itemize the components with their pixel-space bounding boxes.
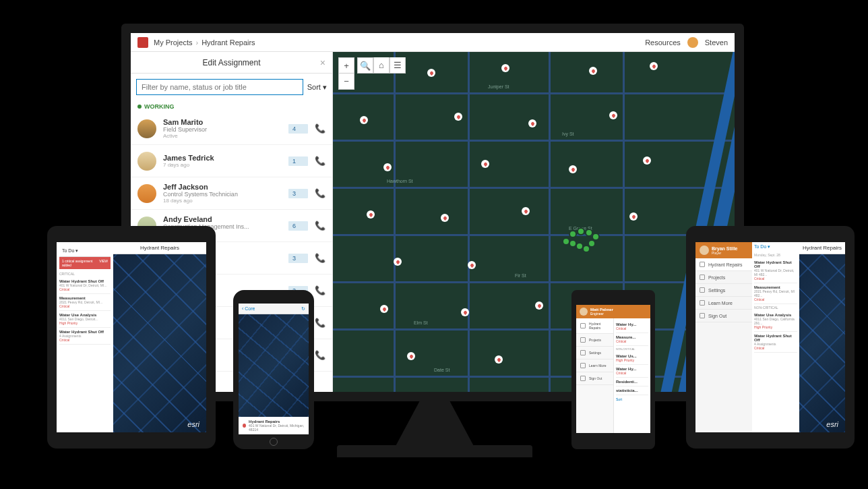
worker-location-icon[interactable] (577, 227, 585, 235)
phone-icon[interactable]: 📞 (315, 188, 326, 198)
menu-item-signout[interactable]: Sign Out (695, 310, 752, 322)
app-logo-icon[interactable] (137, 37, 148, 48)
menu-item-settings[interactable]: Settings (695, 284, 752, 297)
hydrant-marker-icon[interactable] (427, 69, 435, 77)
sort-dropdown[interactable]: Sort ▾ (307, 83, 327, 92)
hydrant-marker-icon[interactable] (454, 113, 462, 121)
close-icon[interactable]: × (320, 57, 326, 68)
hydrant-marker-icon[interactable] (528, 119, 536, 127)
worker-row[interactable]: Sam Marito Field Supervisor Active 4 📞 (131, 113, 332, 145)
tablet-map[interactable]: Hydrant Repairs (113, 242, 206, 432)
user-banner[interactable]: Bryan Stille Player (695, 242, 752, 258)
hydrant-marker-icon[interactable] (535, 301, 543, 310)
zoom-in-button[interactable]: + (338, 57, 354, 74)
critical-alert-banner[interactable]: 1 critical assignment addedVIEW (59, 257, 111, 269)
worker-location-icon[interactable] (569, 230, 577, 238)
hydrant-marker-icon[interactable] (383, 163, 392, 171)
worker-location-icon[interactable] (585, 229, 593, 237)
zoom-out-button[interactable]: − (338, 74, 354, 90)
hydrant-marker-icon[interactable] (441, 214, 449, 222)
menu-item-projects[interactable]: Projects (576, 334, 613, 347)
hydrant-marker-icon[interactable] (468, 261, 476, 269)
back-button[interactable]: ‹ Core (242, 306, 255, 311)
filter-input[interactable] (136, 79, 303, 95)
home-extent-button[interactable]: ⌂ (373, 57, 390, 74)
menu-item-project[interactable]: Hydrant Repairs (576, 318, 613, 334)
tablet-map[interactable]: Hydrant Repairs (799, 242, 845, 432)
task-item[interactable]: Water Hydrant Shut Off 4 Assignments Cri… (59, 328, 111, 345)
task-item[interactable]: Water Us...High Priority (616, 352, 648, 365)
worker-row[interactable]: James Tedrick 7 days ago 1 📞 (131, 145, 332, 177)
hydrant-marker-icon[interactable] (481, 160, 489, 168)
worker-location-icon[interactable] (592, 233, 600, 241)
phone-icon[interactable]: 📞 (315, 253, 326, 263)
hydrant-marker-icon[interactable] (643, 156, 651, 165)
breadcrumb-separator: › (195, 38, 198, 47)
task-item[interactable]: Water Hy...Critical (616, 320, 648, 333)
task-item[interactable]: Measurement 2021 Peavy Rd, Detroit, MI..… (59, 294, 111, 311)
hydrant-marker-icon[interactable] (495, 355, 503, 364)
map-canvas[interactable]: + − 🔍 ⌂ ☰ (333, 52, 735, 392)
zoom-controls: + − (338, 57, 354, 90)
phone-icon[interactable]: 📞 (315, 285, 326, 295)
phone-icon[interactable]: 📞 (315, 221, 326, 231)
task-item[interactable]: Measurement2021 Peavy Rd, Detroit, MI 48… (754, 283, 797, 304)
todo-dropdown[interactable]: To Do ▾ (62, 248, 78, 254)
phone-nav-bar: ‹ Core ↻ (239, 304, 309, 314)
hydrant-marker-icon[interactable] (569, 165, 577, 173)
tablet-nav-drawer: Bryan Stille Player Hydrant Repairs Proj… (695, 242, 752, 432)
task-item[interactable]: Water Hydrant Shut Off401 W National Dr,… (754, 258, 797, 283)
hydrant-marker-icon[interactable] (650, 62, 658, 70)
breadcrumb-root[interactable]: My Projects (154, 38, 192, 47)
hydrant-marker-icon[interactable] (394, 258, 402, 266)
task-item[interactable]: Water Use Analysis4011 San Diego, Califo… (754, 311, 797, 332)
phone-icon[interactable]: 📞 (315, 156, 326, 166)
task-item[interactable]: Water Hydrant Shut Off 401 W National Dr… (59, 277, 111, 294)
menu-item-signout[interactable]: Sign Out (576, 372, 613, 385)
menu-item-settings[interactable]: Settings (576, 347, 613, 359)
task-item[interactable]: Water Use Analysis 4011 San Diego, Detro… (59, 311, 111, 328)
menu-item-learnmore[interactable]: Learn More (576, 359, 613, 372)
task-item[interactable]: Measure...Critical (616, 333, 648, 346)
worker-row[interactable]: Jeff Jackson Control Systems Technician … (131, 177, 332, 210)
section-label: NON-CRITICAL (754, 304, 797, 311)
phone-map[interactable] (239, 314, 309, 417)
hydrant-marker-icon[interactable] (380, 305, 388, 313)
task-item[interactable]: Water Hy...Critical (616, 365, 648, 378)
todo-dropdown[interactable]: To Do ▾ (754, 244, 797, 250)
phone-icon[interactable]: 📞 (315, 123, 326, 134)
search-map-button[interactable]: 🔍 (357, 57, 373, 74)
hydrant-marker-icon[interactable] (609, 111, 617, 119)
worker-avatar-icon (137, 119, 156, 138)
hydrant-marker-icon[interactable] (589, 67, 597, 75)
phone-icon[interactable]: 📞 (315, 350, 326, 360)
task-item[interactable]: statisticia... (616, 386, 648, 395)
phone-icon[interactable]: 📞 (315, 318, 326, 328)
assignment-count-badge: 3 (288, 189, 308, 198)
hydrant-marker-icon[interactable] (522, 207, 530, 215)
task-item[interactable]: Residenti... (616, 378, 648, 386)
hydrant-marker-icon[interactable] (461, 308, 469, 316)
assignment-card[interactable]: Hydrant Repairs 401 W National Dr, Detro… (239, 417, 309, 434)
sort-link[interactable]: Sort (616, 395, 648, 401)
hydrant-marker-icon[interactable] (360, 116, 368, 124)
assignment-count-badge: 6 (288, 221, 308, 231)
user-banner[interactable]: Matt PalmerEngineer (576, 305, 650, 318)
list-button[interactable]: ☰ (390, 57, 406, 74)
hydrant-marker-icon[interactable] (407, 352, 415, 360)
hydrant-marker-icon[interactable] (629, 212, 638, 221)
menu-item-projects[interactable]: Projects (695, 271, 752, 284)
worker-name: Sam Marito (163, 118, 282, 126)
hydrant-marker-icon[interactable] (501, 64, 509, 72)
menu-item-learnmore[interactable]: Learn More (695, 297, 752, 310)
user-name[interactable]: Steven (705, 38, 728, 47)
home-button-icon[interactable] (270, 438, 278, 446)
hydrant-marker-icon[interactable] (367, 210, 375, 219)
resources-link[interactable]: Resources (645, 38, 681, 47)
task-item[interactable]: Water Hydrant Shut Off4 AssignmentsCriti… (754, 332, 797, 353)
menu-item-project[interactable]: Hydrant Repairs (695, 258, 752, 271)
user-avatar-icon (700, 246, 709, 255)
breadcrumb-current[interactable]: Hydrant Repairs (202, 38, 255, 47)
user-avatar-icon[interactable] (687, 37, 698, 48)
refresh-icon[interactable]: ↻ (301, 306, 305, 312)
